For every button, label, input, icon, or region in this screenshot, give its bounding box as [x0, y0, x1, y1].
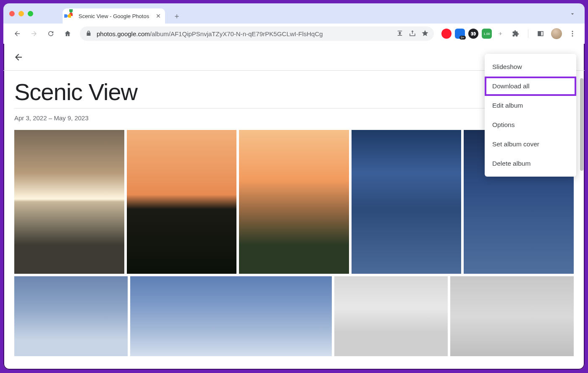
url-host: photos.google.com/album/AF1QipPSnvjaTZyX…: [97, 30, 323, 37]
install-app-icon[interactable]: [396, 29, 404, 38]
extension-blue-icon[interactable]: [455, 29, 465, 39]
menu-item-options[interactable]: Options: [485, 115, 576, 135]
photo-thumbnail[interactable]: [127, 130, 237, 274]
browser-menu-icon[interactable]: [565, 26, 580, 41]
window-controls: [9, 3, 63, 24]
google-photos-icon: [68, 13, 74, 19]
toolbar-divider: [528, 29, 528, 38]
tab-close-icon[interactable]: ✕: [156, 13, 161, 19]
window-close-button[interactable]: [9, 11, 15, 16]
menu-item-slideshow[interactable]: Slideshow: [485, 57, 576, 77]
app-back-button[interactable]: [10, 49, 27, 66]
nav-back-button[interactable]: [10, 26, 24, 41]
nav-home-button[interactable]: [60, 26, 75, 41]
profile-avatar[interactable]: [551, 28, 562, 39]
photo-thumbnail[interactable]: [352, 130, 462, 274]
share-icon[interactable]: [409, 29, 416, 38]
photo-thumbnail[interactable]: [130, 276, 332, 356]
extensions-puzzle-icon[interactable]: [509, 26, 523, 41]
extension-dark-icon[interactable]: 👀: [468, 29, 478, 39]
browser-tab-active[interactable]: Scenic View - Google Photos ✕: [63, 8, 165, 24]
tab-title: Scenic View - Google Photos: [79, 13, 149, 19]
window-minimize-button[interactable]: [18, 11, 24, 16]
site-settings-icon[interactable]: [85, 29, 92, 38]
browser-tab-strip: Scenic View - Google Photos ✕ ＋: [3, 3, 585, 24]
photo-thumbnail[interactable]: [239, 130, 349, 274]
menu-item-edit-album[interactable]: Edit album: [485, 96, 576, 115]
bookmark-star-icon[interactable]: [421, 29, 429, 38]
page-scrollbar[interactable]: [579, 78, 585, 363]
menu-item-set-album-cover[interactable]: Set album cover: [485, 135, 576, 154]
browser-toolbar: photos.google.com/album/AF1QipPSnvjaTZyX…: [3, 24, 585, 44]
menu-item-delete-album[interactable]: Delete album: [485, 154, 576, 173]
nav-reload-button[interactable]: [44, 26, 58, 41]
photo-thumbnail[interactable]: [14, 276, 128, 356]
extensions-row: 👀 1.00 ✈: [439, 26, 580, 41]
new-tab-button[interactable]: ＋: [171, 10, 183, 22]
scrollbar-thumb[interactable]: [580, 78, 583, 171]
address-bar[interactable]: photos.google.com/album/AF1QipPSnvjaTZyX…: [80, 26, 434, 41]
tab-search-button[interactable]: [567, 8, 578, 19]
album-options-menu: Slideshow Download all Edit album Option…: [485, 54, 576, 177]
photo-thumbnail[interactable]: [334, 276, 448, 356]
extension-opera-icon[interactable]: [441, 29, 452, 39]
side-panel-icon[interactable]: [533, 26, 548, 41]
photo-thumbnail[interactable]: [450, 276, 574, 356]
photo-thumbnail[interactable]: [14, 130, 124, 274]
extension-green-icon[interactable]: 1.00: [482, 29, 492, 39]
menu-item-download-all[interactable]: Download all: [485, 77, 576, 96]
nav-forward-button[interactable]: [27, 26, 41, 41]
extension-wing-icon[interactable]: ✈: [495, 29, 505, 39]
window-maximize-button[interactable]: [28, 11, 33, 16]
